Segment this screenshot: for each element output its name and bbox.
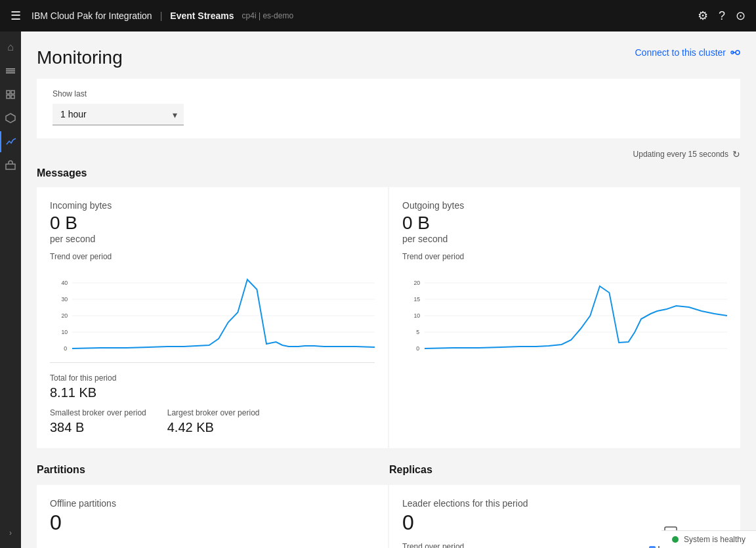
svg-rect-6: [11, 95, 14, 98]
smallest-broker-label: Smallest broker over period: [50, 408, 146, 417]
partitions-section-title: Partitions: [37, 464, 388, 476]
svg-marker-7: [6, 114, 15, 123]
svg-text:5: 5: [416, 329, 419, 335]
sidebar-item-schema[interactable]: [0, 108, 21, 129]
svg-point-9: [736, 51, 740, 54]
messages-section-title: Messages: [37, 167, 740, 179]
svg-text:15: 15: [413, 296, 420, 303]
page-title: Monitoring: [37, 47, 123, 68]
sidebar-item-consumers[interactable]: [0, 84, 21, 105]
outgoing-bytes-card: Outgoing bytes 0 B per second Trend over…: [389, 187, 740, 448]
status-bar: System is healthy: [662, 530, 756, 548]
page-header: Monitoring Connect to this cluster: [37, 47, 740, 68]
largest-broker-label: Largest broker over period: [167, 408, 260, 417]
show-last-select-wrapper: 1 hour 3 hours 6 hours 12 hours 24 hours: [52, 104, 184, 125]
sidebar-item-monitoring[interactable]: [0, 131, 21, 152]
incoming-total-label: Total for this period: [50, 373, 116, 383]
sidebar-item-toolbox[interactable]: [0, 155, 21, 176]
nav-separator: |: [160, 11, 163, 21]
offline-partitions-card: Offline partitions 0: [37, 485, 388, 548]
status-dot: [672, 536, 679, 543]
svg-text:30: 30: [61, 296, 68, 303]
leader-elections-title: Leader elections for this period: [402, 498, 528, 509]
leader-trend-label: Trend over period: [402, 542, 464, 548]
svg-text:0: 0: [416, 345, 419, 352]
svg-text:40: 40: [61, 280, 68, 286]
outgoing-bytes-unit: per second: [402, 234, 727, 244]
update-info-text: Updating every 15 seconds: [633, 150, 728, 159]
incoming-total-value: 8.11 KB: [50, 385, 116, 400]
incoming-trend-label: Trend over period: [50, 252, 375, 261]
instance-label: cp4i | es-demo: [242, 11, 294, 20]
sidebar-item-topics[interactable]: [0, 60, 21, 81]
incoming-bytes-unit: per second: [50, 234, 375, 244]
svg-text:20: 20: [61, 312, 68, 319]
help-icon[interactable]: ?: [719, 9, 725, 23]
show-last-section: Show last 1 hour 3 hours 6 hours 12 hour…: [37, 79, 740, 138]
svg-text:0: 0: [64, 345, 67, 352]
app-name-label: Event Streams: [170, 11, 234, 21]
connect-to-cluster-link[interactable]: Connect to this cluster: [635, 47, 740, 58]
main-content: Monitoring Connect to this cluster Show …: [21, 32, 756, 548]
messages-cards-row: Incoming bytes 0 B per second Trend over…: [37, 187, 740, 448]
svg-text:10: 10: [61, 329, 68, 335]
sidebar-item-home[interactable]: ⌂: [0, 37, 21, 58]
smallest-broker-stat: Smallest broker over period 384 B: [50, 408, 146, 435]
show-last-label: Show last: [52, 89, 724, 98]
update-info-bar: Updating every 15 seconds ↻: [37, 149, 740, 159]
top-nav: ☰ IBM Cloud Pak for Integration | Event …: [0, 0, 756, 32]
incoming-total-stat: Total for this period 8.11 KB: [50, 373, 116, 400]
offline-partitions-value: 0: [50, 511, 375, 534]
refresh-icon[interactable]: ↻: [732, 149, 740, 159]
incoming-bytes-card: Incoming bytes 0 B per second Trend over…: [37, 187, 388, 448]
svg-text:10: 10: [413, 312, 420, 319]
bottom-sections: Partitions Replicas: [37, 459, 740, 484]
svg-rect-0: [6, 68, 15, 70]
sidebar-expand-button[interactable]: ›: [9, 528, 12, 537]
incoming-bytes-chart: 0 10 20 30 40 10/7/2020 2:00:00 PM 10/7/…: [50, 266, 375, 352]
svg-rect-5: [7, 95, 10, 98]
smallest-broker-value: 384 B: [50, 420, 146, 435]
top-nav-icons: ⚙ ? ⊙: [698, 9, 746, 23]
outgoing-bytes-title: Outgoing bytes: [402, 200, 727, 211]
leader-elections-info: Leader elections for this period 0: [402, 498, 528, 534]
side-nav: ⌂ ›: [0, 32, 21, 548]
svg-rect-2: [6, 72, 15, 74]
status-text: System is healthy: [684, 535, 746, 544]
show-last-dropdown[interactable]: 1 hour 3 hours 6 hours 12 hours 24 hours: [52, 104, 184, 125]
replica-card-header: Leader elections for this period 0: [402, 498, 727, 534]
leader-elections-value: 0: [402, 511, 528, 534]
svg-rect-1: [6, 70, 15, 72]
offline-partitions-title: Offline partitions: [50, 498, 375, 509]
user-icon[interactable]: ⊙: [736, 9, 746, 23]
settings-icon[interactable]: ⚙: [698, 9, 708, 23]
replicas-section-title: Replicas: [389, 464, 740, 476]
incoming-card-footer: Total for this period 8.11 KB: [50, 362, 375, 400]
hamburger-icon[interactable]: ☰: [10, 9, 21, 23]
svg-text:20: 20: [413, 280, 420, 286]
largest-broker-value: 4.42 KB: [167, 420, 260, 435]
outgoing-trend-label: Trend over period: [402, 252, 727, 261]
bottom-cards-row: Offline partitions 0 Leader elections fo…: [37, 485, 740, 548]
brand-label: IBM Cloud Pak for Integration: [32, 11, 152, 21]
outgoing-bytes-chart: 0 5 10 15 20 10/7/2020 2:00:00 PM 10/7/2…: [402, 266, 727, 352]
svg-rect-4: [11, 91, 14, 94]
largest-broker-stat: Largest broker over period 4.42 KB: [167, 408, 260, 435]
outgoing-bytes-value: 0 B: [402, 213, 727, 234]
svg-rect-8: [6, 164, 15, 169]
svg-rect-3: [7, 91, 10, 94]
broker-stats: Smallest broker over period 384 B Larges…: [50, 408, 375, 435]
incoming-bytes-value: 0 B: [50, 213, 375, 234]
incoming-bytes-title: Incoming bytes: [50, 200, 375, 211]
